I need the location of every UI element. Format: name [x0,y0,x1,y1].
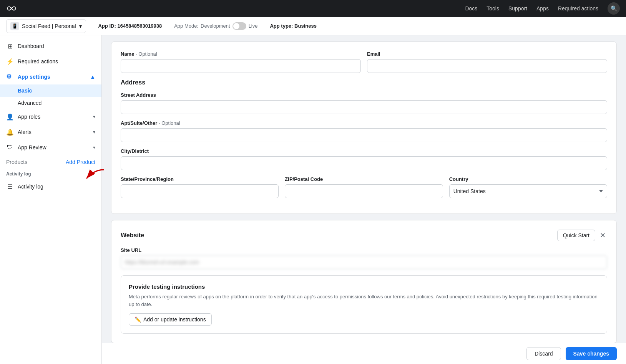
sidebar-item-app-roles[interactable]: 👤 App roles ▾ [0,109,101,124]
sidebar-section-label: App settings [18,74,50,80]
state-input[interactable] [121,184,279,198]
chevron-down-icon: ▾ [93,145,95,150]
website-card-title: Website [121,232,144,239]
sidebar-item-label: Activity log [18,184,43,190]
quick-start-button[interactable]: Quick Start [557,230,595,241]
app-name: Social Feed | Personal [22,23,76,29]
website-card: Website Quick Start ✕ Site URL https://b… [111,220,617,343]
sidebar-item-required-actions[interactable]: ⚡ Required actions [0,54,101,69]
chevron-down-icon: ▾ [79,23,82,29]
basic-label: Basic [18,88,32,94]
add-instructions-label: Add or update instructions [143,316,206,323]
bottom-bar: Discard Save changes [102,343,626,364]
activity-log-section-header: Activity log [0,169,101,179]
meta-logo [6,5,17,12]
address-section-title: Address [121,79,607,86]
site-url-field: https://blurred-url.example.com [121,255,607,269]
advanced-label: Advanced [18,100,42,106]
testing-title: Provide testing instructions [129,283,599,290]
sidebar-item-label: Dashboard [18,43,44,49]
testing-instructions-section: Provide testing instructions Meta perfor… [121,275,607,334]
email-input[interactable] [367,59,607,73]
sidebar-item-activity-log[interactable]: ☰ Activity log [0,179,101,194]
sidebar-item-label: Required actions [18,58,58,65]
street-address-label: Street Address [121,92,607,98]
zip-label: ZIP/Postal Code [285,176,443,182]
dashboard-icon: ⊞ [6,42,14,50]
edit-icon: ✏️ [134,316,141,323]
country-label: Country [449,176,607,182]
name-input[interactable] [121,59,361,73]
save-button[interactable]: Save changes [566,347,617,360]
live-label: Live [249,23,258,29]
appbar: 📱 Social Feed | Personal ▾ App ID: 16458… [0,17,626,35]
docs-link[interactable]: Docs [465,5,477,12]
sidebar-products-section: Products Add Product [0,155,101,169]
bell-icon: 🔔 [6,128,14,136]
city-input[interactable] [121,156,607,170]
sidebar-item-advanced[interactable]: Advanced [0,97,101,109]
site-url-blurred: https://blurred-url.example.com [125,255,199,269]
topbar: Docs Tools Support Apps Required actions… [0,0,626,17]
products-label: Products [6,159,66,165]
gear-icon: ⚙ [6,73,14,81]
street-address-input[interactable] [121,100,607,114]
required-actions-icon: ⚡ [6,58,14,65]
sidebar-item-label: Alerts [18,129,32,135]
website-close-button[interactable]: ✕ [598,230,607,241]
app-mode-toggle[interactable] [232,22,246,30]
app-id-section: App ID: 1645848563019938 [98,23,162,29]
discard-button[interactable]: Discard [526,347,561,360]
app-selector[interactable]: 📱 Social Feed | Personal ▾ [6,19,86,33]
apps-link[interactable]: Apps [536,5,549,12]
add-product-link[interactable]: Add Product [66,159,95,165]
zip-input[interactable] [285,184,443,198]
user-icon: 👤 [6,113,14,121]
support-link[interactable]: Support [508,5,527,12]
chevron-up-icon: ▲ [90,74,95,80]
sidebar: ⊞ Dashboard ⚡ Required actions ⚙ App set… [0,35,102,364]
testing-description: Meta performs regular reviews of apps on… [129,293,599,308]
app-icon: 📱 [10,22,19,30]
sidebar-item-alerts[interactable]: 🔔 Alerts ▾ [0,124,101,140]
main-layout: ⊞ Dashboard ⚡ Required actions ⚙ App set… [0,35,626,364]
sidebar-item-basic[interactable]: Basic [0,84,101,97]
sidebar-item-label: App Review [18,144,46,151]
app-mode-section: App Mode: Development Live [174,22,257,30]
name-label: Name · Optional [121,51,361,57]
chevron-down-icon: ▾ [93,129,95,135]
search-button[interactable]: 🔍 [608,2,620,15]
sidebar-app-settings[interactable]: ⚙ App settings ▲ [0,69,101,84]
tools-link[interactable]: Tools [487,5,499,12]
sidebar-item-app-review[interactable]: 🛡 App Review ▾ [0,140,101,155]
shield-icon: 🛡 [6,144,14,151]
state-label: State/Province/Region [121,176,279,182]
email-label: Email [367,51,607,57]
chevron-down-icon: ▾ [93,114,95,119]
city-label: City/District [121,148,607,154]
add-instructions-button[interactable]: ✏️ Add or update instructions [129,313,212,326]
main-content: Name · Optional Email Address Street Add… [102,35,626,364]
apt-input[interactable] [121,128,607,142]
app-type-section: App type: Business [270,23,316,29]
sidebar-item-dashboard[interactable]: ⊞ Dashboard [0,38,101,54]
list-icon: ☰ [6,183,14,190]
country-select[interactable]: United States Canada United Kingdom Aust… [449,184,607,198]
site-url-label: Site URL [121,247,607,253]
apt-label: Apt/Suite/Other · Optional [121,120,607,126]
required-actions-link[interactable]: Required actions [558,5,598,12]
name-email-card: Name · Optional Email Address Street Add… [111,41,617,214]
sidebar-item-label: App roles [18,114,40,120]
development-label: Development [201,23,230,29]
